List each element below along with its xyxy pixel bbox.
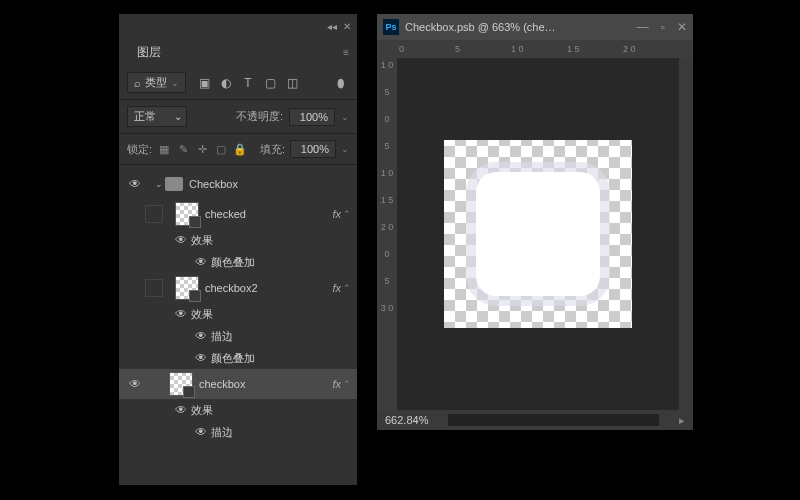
panel-menu-icon[interactable]: ≡ bbox=[343, 47, 349, 58]
search-icon: ⌕ bbox=[134, 77, 141, 89]
layer-checkbox[interactable] bbox=[145, 205, 163, 223]
effect-item[interactable]: 👁 颜色叠加 bbox=[119, 347, 357, 369]
layer-checkbox[interactable] bbox=[145, 279, 163, 297]
fill-input[interactable]: 100% bbox=[290, 140, 336, 158]
checkbox-shape bbox=[476, 172, 600, 296]
visibility-icon[interactable]: 👁 bbox=[191, 329, 211, 343]
transparency-grid bbox=[444, 140, 632, 328]
filter-row: ⌕ 类型 ⌄ ▣ ◐ T ▢ ◫ ⬮ bbox=[119, 66, 357, 100]
app-icon: Ps bbox=[383, 19, 399, 35]
visibility-icon[interactable]: 👁 bbox=[191, 255, 211, 269]
effects-row[interactable]: 👁 效果 bbox=[119, 303, 357, 325]
effect-item[interactable]: 👁 描边 bbox=[119, 325, 357, 347]
lock-row: 锁定: ▦ ✎ ✛ ▢ 🔒 填充: 100% ⌄ bbox=[119, 134, 357, 165]
visibility-icon[interactable]: 👁 bbox=[171, 403, 191, 417]
chevron-down-icon[interactable]: ⌄ bbox=[153, 179, 165, 189]
effect-item[interactable]: 👁 描边 bbox=[119, 421, 357, 443]
filter-toggle-icon[interactable]: ⬮ bbox=[333, 75, 349, 91]
horizontal-scrollbar[interactable] bbox=[448, 414, 659, 426]
vertical-scrollbar[interactable] bbox=[679, 58, 693, 410]
layer-tree: 👁 ⌄ Checkbox checked fx ⌃ 👁 效果 👁 颜色叠加 bbox=[119, 165, 357, 495]
close-button[interactable]: ✕ bbox=[677, 20, 687, 34]
filter-adjustment-icon[interactable]: ◐ bbox=[218, 75, 234, 91]
lock-transparent-icon[interactable]: ▦ bbox=[157, 142, 171, 156]
close-icon[interactable]: ✕ bbox=[343, 21, 351, 32]
folder-icon bbox=[165, 177, 183, 191]
visibility-icon[interactable]: 👁 bbox=[125, 177, 145, 191]
layer-row[interactable]: 👁 checkbox fx ⌃ bbox=[119, 369, 357, 399]
lock-position-icon[interactable]: ✛ bbox=[195, 142, 209, 156]
layers-tab[interactable]: 图层 bbox=[127, 40, 171, 65]
title-bar[interactable]: Ps Checkbox.psb @ 663% (che… — ▫ ✕ bbox=[377, 14, 693, 40]
layer-thumbnail[interactable] bbox=[175, 202, 199, 226]
layer-thumbnail[interactable] bbox=[175, 276, 199, 300]
minimize-button[interactable]: — bbox=[637, 20, 649, 34]
blend-row: 正常 不透明度: 100% ⌄ bbox=[119, 100, 357, 134]
tab-bar: 图层 ≡ bbox=[119, 38, 357, 66]
maximize-button[interactable]: ▫ bbox=[661, 20, 665, 34]
visibility-icon[interactable]: 👁 bbox=[125, 377, 145, 391]
effect-item[interactable]: 👁 颜色叠加 bbox=[119, 251, 357, 273]
kind-dropdown[interactable]: ⌕ 类型 ⌄ bbox=[127, 72, 186, 93]
layer-thumbnail[interactable] bbox=[169, 372, 193, 396]
layer-row[interactable]: checkbox2 fx ⌃ bbox=[119, 273, 357, 303]
visibility-icon[interactable]: 👁 bbox=[191, 351, 211, 365]
blend-mode-dropdown[interactable]: 正常 bbox=[127, 106, 187, 127]
filter-shape-icon[interactable]: ▢ bbox=[262, 75, 278, 91]
panel-header: ◂◂ ✕ bbox=[119, 14, 357, 38]
effects-row[interactable]: 👁 效果 bbox=[119, 229, 357, 251]
zoom-level[interactable]: 662.84% bbox=[385, 414, 428, 426]
filter-pixel-icon[interactable]: ▣ bbox=[196, 75, 212, 91]
layer-row[interactable]: checked fx ⌃ bbox=[119, 199, 357, 229]
layers-panel: ◂◂ ✕ 图层 ≡ ⌕ 类型 ⌄ ▣ ◐ T ▢ ◫ ⬮ 正常 不透明度: 10… bbox=[118, 13, 358, 486]
opacity-input[interactable]: 100% bbox=[289, 108, 335, 126]
effects-row[interactable]: 👁 效果 bbox=[119, 399, 357, 421]
lock-artboard-icon[interactable]: ▢ bbox=[214, 142, 228, 156]
lock-all-icon[interactable]: 🔒 bbox=[233, 142, 247, 156]
chevron-right-icon[interactable]: ▸ bbox=[679, 414, 685, 427]
visibility-icon[interactable]: 👁 bbox=[171, 307, 191, 321]
collapse-icon[interactable]: ◂◂ bbox=[327, 21, 337, 32]
document-title: Checkbox.psb @ 663% (che… bbox=[405, 21, 556, 33]
visibility-icon[interactable]: 👁 bbox=[191, 425, 211, 439]
lock-pixel-icon[interactable]: ✎ bbox=[176, 142, 190, 156]
status-bar: 662.84% ▸ bbox=[377, 410, 693, 430]
opacity-label: 不透明度: bbox=[236, 109, 283, 124]
filter-smart-icon[interactable]: ◫ bbox=[284, 75, 300, 91]
horizontal-ruler[interactable]: 051 01 52 0 bbox=[377, 40, 693, 58]
document-window: Ps Checkbox.psb @ 663% (che… — ▫ ✕ 051 0… bbox=[376, 13, 694, 429]
canvas[interactable] bbox=[397, 58, 679, 410]
vertical-ruler[interactable]: 1 05051 01 52 0053 0 bbox=[377, 58, 397, 410]
filter-type-icon[interactable]: T bbox=[240, 75, 256, 91]
group-row[interactable]: 👁 ⌄ Checkbox bbox=[119, 169, 357, 199]
visibility-icon[interactable]: 👁 bbox=[171, 233, 191, 247]
